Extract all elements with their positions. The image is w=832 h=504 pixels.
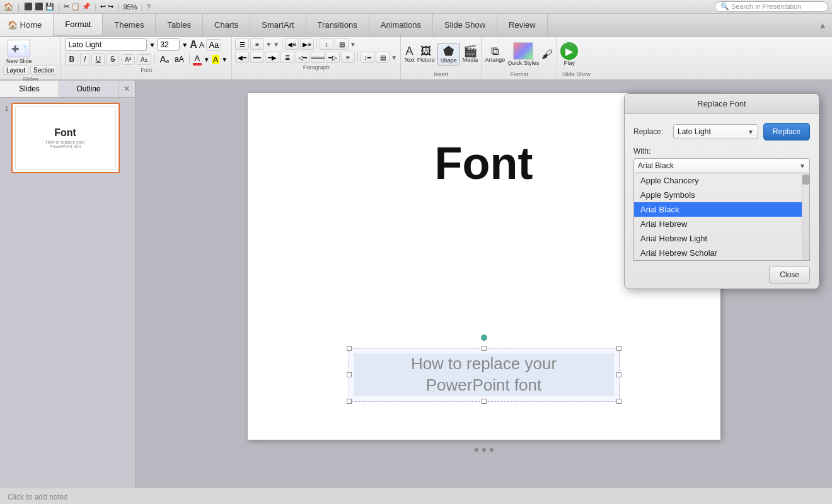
replace-font-select[interactable]: Lato Light ▼ (673, 124, 758, 139)
space-before-btn[interactable]: ▤ (376, 52, 390, 63)
align-center2-btn[interactable]: ═══ (311, 52, 325, 63)
justify-btn[interactable]: ≣ (280, 52, 294, 63)
media-insert-button[interactable]: 🎬 Media (463, 45, 478, 63)
font-size-input[interactable] (157, 38, 180, 51)
resize-handle-br[interactable] (616, 399, 621, 404)
toolbar-icon-redo[interactable]: ↪ (108, 3, 113, 11)
play-button[interactable]: ▶ Play (560, 42, 578, 66)
ribbon-collapse-btn[interactable]: ▲ (813, 14, 832, 36)
toolbar-icon-cut[interactable]: ✂ (64, 3, 69, 11)
highlight-button[interactable]: A (212, 55, 220, 64)
subscript-button[interactable]: A₂ (137, 54, 151, 65)
toolbar-icon-undo[interactable]: ↩ (100, 3, 106, 11)
font-item-apple-symbols[interactable]: Apple Symbols (634, 188, 802, 202)
picture-insert-button[interactable]: 🖼 Picture (417, 45, 435, 63)
font-color-button[interactable]: A (193, 54, 202, 66)
scrollbar[interactable] (802, 173, 809, 260)
replace-button[interactable]: Replace (763, 123, 810, 140)
align-left2-btn[interactable]: ◁━ (296, 52, 309, 63)
resize-handle-mr[interactable] (616, 372, 621, 377)
toolbar-icon-3[interactable]: 💾 (45, 3, 54, 11)
toolbar-icon-1[interactable]: ⬛ (24, 3, 33, 11)
tab-format[interactable]: Format (54, 14, 103, 36)
tab-charts[interactable]: Charts (203, 14, 250, 36)
toolbar-icon-2[interactable]: ⬛ (35, 3, 43, 11)
tab-transitions[interactable]: Transitions (306, 14, 369, 36)
font-name-input[interactable] (65, 38, 147, 51)
justify2-btn[interactable]: ≡ (341, 52, 355, 63)
tab-review[interactable]: Review (497, 14, 548, 36)
search-bar[interactable]: 🔍 Search in Presentation (715, 1, 828, 12)
slide-textbox[interactable]: How to replace yourPowerPoint font (349, 348, 620, 402)
rotation-handle[interactable] (481, 335, 487, 341)
font-size-dropdown-arrow[interactable]: ▼ (182, 42, 188, 49)
font-item-arial-black[interactable]: Arial Black (634, 202, 802, 217)
slides-panel-close[interactable]: ✕ (118, 81, 135, 97)
font-size-shrink[interactable]: aA (173, 54, 186, 64)
arrange-button[interactable]: ⧉ Arrange (485, 45, 505, 63)
font-item-arial-hebrew-light[interactable]: Arial Hebrew Light (634, 231, 802, 246)
slides-tab[interactable]: Slides (0, 81, 59, 97)
resize-handle-tl[interactable] (347, 346, 352, 351)
resize-handle-ml[interactable] (347, 372, 352, 377)
tab-slideshow[interactable]: Slide Show (433, 14, 497, 36)
resize-handle-bm[interactable] (482, 399, 487, 404)
slideshow-section-label: Slide Show (560, 71, 592, 77)
with-dropdown-arrow[interactable]: ▼ (799, 163, 806, 169)
numbered-list-button[interactable]: ≡ (250, 38, 264, 50)
highlight-dropdown[interactable]: ▼ (221, 56, 228, 63)
text-insert-button[interactable]: A Text (404, 45, 415, 63)
font-item-apple-chancery[interactable]: Apple Chancery (634, 173, 802, 188)
toolbar-icon-copy[interactable]: 📋 (71, 3, 80, 11)
font-item-arial-hebrew[interactable]: Arial Hebrew (634, 217, 802, 231)
font-item-arial-hebrew-scholar[interactable]: Arial Hebrew Scholar (634, 246, 802, 260)
tab-smartart[interactable]: SmartArt (250, 14, 306, 36)
section-button[interactable]: Section (30, 66, 57, 75)
tab-tables[interactable]: Tables (156, 14, 203, 36)
indent-decrease-btn[interactable]: ◀≡ (285, 38, 299, 50)
font-name-dropdown-arrow[interactable]: ▼ (149, 42, 155, 49)
resize-handle-tm[interactable] (482, 346, 487, 351)
quick-styles-button[interactable]: Quick Styles (507, 42, 539, 66)
outline-tab[interactable]: Outline (59, 81, 118, 97)
col-dropdown[interactable]: ▼ (350, 41, 356, 48)
resize-handle-bl[interactable] (347, 399, 352, 404)
font-size-increase[interactable]: A (190, 39, 197, 50)
close-button[interactable]: Close (769, 266, 810, 284)
slide-thumbnail-1[interactable]: Font How to replace yourPowerPoint font (11, 103, 120, 173)
tab-animations[interactable]: Animations (369, 14, 433, 36)
layout-button[interactable]: Layout (3, 66, 28, 75)
italic-button[interactable]: I (80, 53, 90, 66)
spacing-dropdown[interactable]: ▼ (391, 54, 397, 61)
notes-area[interactable]: Click to add notes (0, 488, 832, 504)
resize-handle-tr[interactable] (616, 346, 621, 351)
list-dropdown1[interactable]: ▼ (265, 41, 272, 48)
text-direction-btn[interactable]: ↕ (320, 38, 333, 50)
tab-home[interactable]: 🏠 Home (0, 14, 54, 36)
font-color-dropdown[interactable]: ▼ (204, 56, 210, 63)
align-center-btn[interactable]: ━━ (250, 52, 264, 63)
strikethrough-button[interactable]: S̶ (107, 53, 119, 66)
with-font-select[interactable]: Arial Black ▼ (633, 158, 810, 173)
font-size-decrease[interactable]: A (199, 40, 205, 50)
list-dropdown2[interactable]: ▼ (273, 41, 279, 48)
bullet-list-button[interactable]: ☰ (235, 38, 249, 50)
columns-btn[interactable]: ▤ (335, 38, 349, 50)
indent-increase-btn[interactable]: ▶≡ (300, 38, 314, 50)
clear-format-icon[interactable]: Aa (206, 39, 221, 51)
toolbar-icon-paste[interactable]: 📌 (82, 3, 91, 11)
replace-dropdown-arrow[interactable]: ▼ (748, 129, 754, 135)
paint-format-button[interactable]: 🖌 (541, 49, 553, 60)
align-right-btn[interactable]: ━▶ (265, 52, 279, 63)
help-icon[interactable]: ? (147, 3, 151, 11)
line-spacing-btn[interactable]: ↕━ (361, 52, 374, 63)
superscript-button[interactable]: A² (121, 54, 135, 65)
tab-themes[interactable]: Themes (103, 14, 156, 36)
bold-button[interactable]: B (65, 53, 78, 66)
shape-insert-button[interactable]: ⬟ Shape (437, 43, 460, 66)
underline-button[interactable]: U (91, 53, 105, 66)
align-right2-btn[interactable]: ━▷ (326, 52, 340, 63)
font-size-grow[interactable]: Aₐ (158, 54, 171, 65)
new-slide-button[interactable]: ➕📄 New Slide (3, 38, 35, 66)
align-left-btn[interactable]: ◀━ (235, 52, 249, 63)
